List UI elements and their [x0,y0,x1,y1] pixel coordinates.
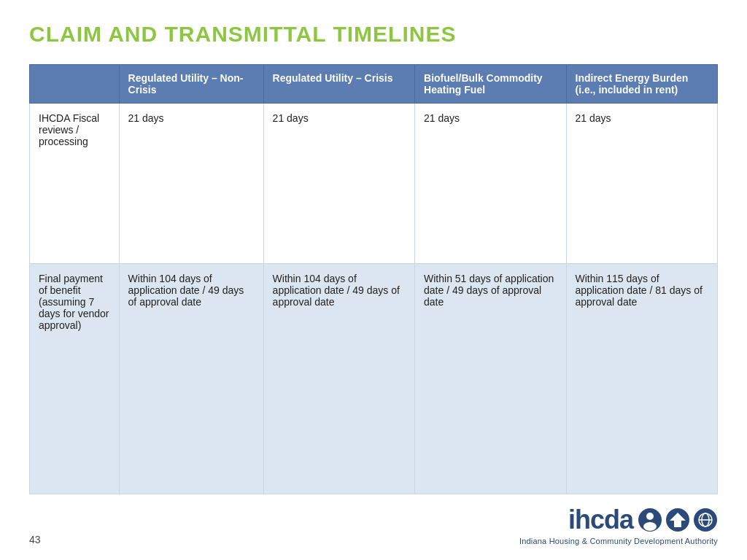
col-header-regulated-non-crisis: Regulated Utility – Non-Crisis [119,65,263,104]
row-cell-payment-crisis: Within 104 days of application date / 49… [263,263,414,494]
logo-icons [638,508,718,532]
footer: 43 ihcda [29,505,718,545]
svg-point-2 [643,522,657,531]
page-number: 43 [29,534,41,545]
row-cell-fiscal-crisis: 21 days [263,104,414,264]
slide-page: CLAIM AND TRANSMITTAL TIMELINES Regulate… [0,0,747,560]
col-header-biofuel: Biofuel/Bulk Commodity Heating Fuel [415,65,566,104]
logo-subtitle: Indiana Housing & Community Development … [519,537,718,545]
row-cell-fiscal-indirect: 21 days [566,104,718,264]
person-icon [638,508,662,532]
logo-area: ihcda [519,505,718,545]
globe-icon [693,508,718,532]
table-row: IHCDA Fiscal reviews / processing 21 day… [30,104,718,264]
row-cell-fiscal-non-crisis: 21 days [119,104,263,264]
logo-text: ihcda [568,505,633,535]
svg-point-1 [646,513,654,520]
col-header-empty [30,65,120,104]
col-header-indirect-energy: Indirect Energy Burden (i.e., included i… [566,65,718,104]
row-cell-payment-indirect: Within 115 days of application date / 81… [566,263,718,494]
row-label-fiscal: IHCDA Fiscal reviews / processing [30,104,120,264]
table-row: Final payment of benefit (assuming 7 day… [30,263,718,494]
row-cell-payment-non-crisis: Within 104 days of application date / 49… [119,263,263,494]
house-icon [665,508,690,532]
row-cell-payment-biofuel: Within 51 days of application date / 49 … [415,263,566,494]
page-title: CLAIM AND TRANSMITTAL TIMELINES [29,22,718,47]
col-header-regulated-crisis: Regulated Utility – Crisis [263,65,414,104]
row-label-final-payment: Final payment of benefit (assuming 7 day… [30,263,120,494]
timelines-table: Regulated Utility – Non-Crisis Regulated… [29,64,718,494]
row-cell-fiscal-biofuel: 21 days [415,104,566,264]
